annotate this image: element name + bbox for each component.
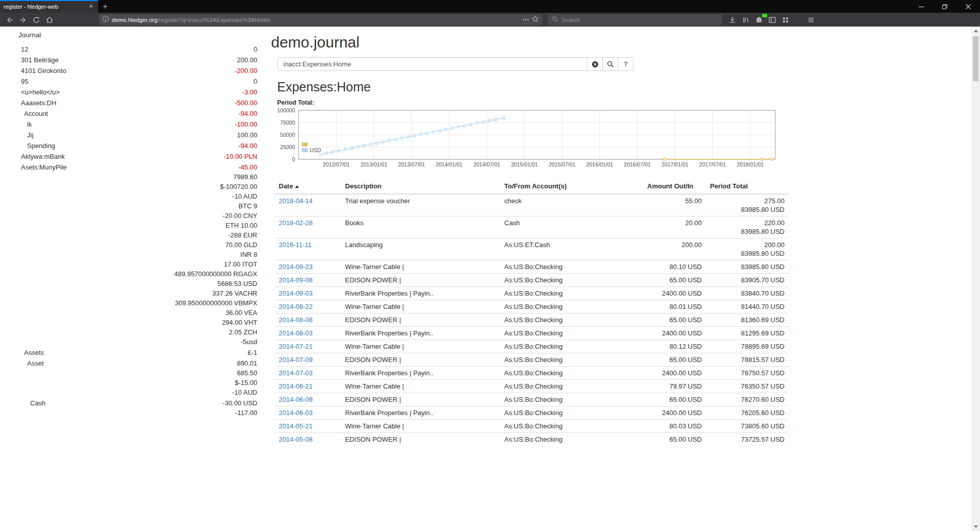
browser-search-bar[interactable]: Search [548,14,722,25]
table-row[interactable]: 2014-08-22Wine-Tarner Cable |As:US:Bo:Ch… [275,300,789,313]
table-row[interactable]: 2014-06-09EDISON POWER |As:US:Bo:Checkin… [275,393,789,406]
account-link[interactable]: 12 [13,44,28,54]
column-header-amount[interactable]: Amount Out/In [643,179,706,194]
transaction-date-link[interactable]: 2014-06-21 [279,382,313,390]
bookmark-star-icon[interactable] [532,15,539,25]
transaction-date-link[interactable]: 2014-07-03 [279,369,313,377]
scroll-down-arrow[interactable] [974,525,978,528]
table-row[interactable]: 2014-07-21Wine-Tarner Cable |As:US:Bo:Ch… [275,340,789,353]
table-row[interactable]: 2014-09-08EDISON POWER |As:US:Bo:Checkin… [275,274,789,287]
table-row[interactable]: 2014-06-03RiverBank Properties | Payin..… [275,406,789,420]
help-button[interactable]: ? [618,57,633,71]
account-balance: -200.00 [235,66,257,76]
menu-icon[interactable] [804,14,818,26]
table-row[interactable]: 2014-08-03RiverBank Properties | Payin..… [275,327,789,340]
search-submit-button[interactable] [602,57,618,71]
site-info-icon[interactable] [102,15,109,25]
new-tab-button[interactable]: + [98,0,112,13]
column-header-date[interactable]: Date [275,179,341,194]
period-total-cell: 73805.60 USD [706,420,789,433]
transaction-date-link[interactable]: 2014-08-08 [279,316,313,324]
minimize-button[interactable] [910,0,933,13]
transaction-date-link[interactable]: 2014-08-03 [279,329,313,337]
account-link[interactable]: lk [19,119,32,129]
sidebar-journal-link[interactable]: Journal [10,30,257,40]
account-link[interactable]: Spending [19,141,55,151]
account-balance: -10.00 PLN [224,152,257,161]
table-row[interactable]: 2014-08-08EDISON POWER |As:US:Bo:Checkin… [275,313,789,327]
account-link[interactable]: Aktywa:mBank [13,152,65,161]
account-balance: -94.00 [238,109,257,118]
transaction-date-link[interactable]: 2016-11-11 [279,241,312,249]
account-link[interactable]: <u>hello</u> [13,87,60,97]
reload-icon[interactable] [30,14,43,26]
clear-query-button[interactable] [587,57,603,71]
account-link[interactable]: 95 [13,77,28,86]
account-balance: 5686.53 USD [174,279,257,288]
column-header-period-total[interactable]: Period Total [706,179,789,194]
extension-ghost-icon[interactable] [752,14,766,26]
account-link[interactable]: 4101 Girokonto [13,66,66,76]
scroll-up-arrow[interactable] [974,30,978,32]
account-link[interactable]: 301 Beiträge [13,55,59,65]
table-row[interactable]: 2014-07-03RiverBank Properties | Payin..… [275,367,789,380]
period-total-cell: 83985.80 USD [706,260,789,274]
account-link[interactable]: Account [16,109,48,118]
table-row[interactable]: 2018-04-14Trial expense vouchercheck55.0… [275,194,789,216]
transaction-date-link[interactable]: 2014-08-22 [279,303,313,310]
transaction-date-link[interactable]: 2014-07-21 [279,343,313,350]
forward-icon[interactable] [16,14,30,26]
period-total-cell: 78815.57 USD [706,353,789,367]
transaction-date-link[interactable]: 2014-06-03 [279,409,313,417]
account-balance: 2.05 ZCH [174,327,257,337]
table-row[interactable]: 2014-05-21Wine-Tarner Cable |As:US:Bo:Ch… [275,420,789,433]
period-total-cell: 73725.57 USD [706,433,789,446]
magnifier-icon [607,61,614,68]
account-link[interactable]: Assets [16,348,44,357]
account-link[interactable]: Aaasets:DH [13,98,56,108]
table-row[interactable]: 2014-09-23Wine-Tarner Cable |As:US:Bo:Ch… [275,260,789,274]
period-total-cell: 81360.69 USD [706,313,789,327]
apps-grid-icon[interactable] [779,14,792,26]
back-icon[interactable] [3,14,16,26]
vertical-scrollbar[interactable] [971,27,980,531]
table-row[interactable]: 2016-11-11LandscapingAs:US:ET:Cash200.00… [275,238,789,260]
query-input[interactable] [277,57,587,71]
column-header-description[interactable]: Description [341,179,500,194]
transaction-date-link[interactable]: 2014-09-08 [279,276,313,284]
account-link[interactable]: Asets:MunyPile [13,162,67,172]
transaction-date-link[interactable]: 2018-04-14 [279,197,313,205]
account-link[interactable]: Cash [22,398,45,408]
scrollbar-thumb[interactable] [973,36,978,81]
page-actions-icon[interactable]: ••• [522,17,529,22]
close-button[interactable] [957,0,980,13]
transaction-date-link[interactable]: 2014-05-08 [279,436,313,443]
tab-close-icon[interactable]: ✕ [88,3,94,10]
browser-tab[interactable]: register - hledger-web ✕ [0,0,98,13]
sidebar-toggle-icon[interactable] [766,14,779,26]
table-row[interactable]: 2014-06-21Wine-Tarner Cable |As:US:Bo:Ch… [275,380,789,393]
account-link[interactable]: Jij [19,130,33,140]
transaction-account: As:US:Bo:Checking [500,274,643,287]
table-row[interactable]: 2014-07-09EDISON POWER |As:US:Bo:Checkin… [275,353,789,367]
table-row[interactable]: 2018-02-28BooksCash20.00220.0083985.80 U… [275,216,789,238]
transaction-date-link[interactable]: 2014-09-23 [279,263,313,271]
account-balances: 200.00 [237,55,257,65]
account-balance: 70.00 GLD [174,240,257,250]
transaction-date-link[interactable]: 2014-05-21 [279,422,313,430]
transaction-date-link[interactable]: 2018-02-28 [279,219,313,227]
transaction-date-link[interactable]: 2014-06-09 [279,396,313,403]
table-row[interactable]: 2014-09-03RiverBank Properties | Payin..… [275,287,789,300]
sidebar-account-row: Asets:MunyPile-45.007989.60$-100720.00-1… [10,162,257,347]
transaction-date-link[interactable]: 2014-09-03 [279,289,313,297]
url-bar[interactable]: demo.hledger.org/register?q=inacct%3AExp… [99,14,542,25]
restore-button[interactable] [933,0,957,13]
download-icon[interactable] [726,14,739,26]
column-header-account[interactable]: To/From Account(s) [500,179,643,194]
library-icon[interactable] [739,14,752,26]
table-row[interactable]: 2014-05-08EDISON POWER |As:US:Bo:Checkin… [275,433,789,446]
transaction-date-link[interactable]: 2014-07-09 [279,356,313,364]
transaction-amount: 20.00 [643,216,706,238]
home-icon[interactable] [43,14,56,26]
account-link[interactable]: Asset [19,358,44,368]
